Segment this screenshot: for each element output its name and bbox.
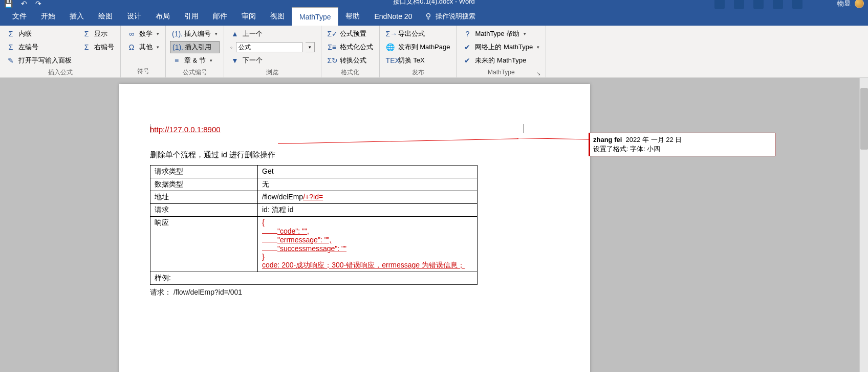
future-cmd-icon: ✔ xyxy=(463,56,472,65)
tab-帮助[interactable]: 帮助 xyxy=(338,7,367,26)
dropdown-icon: ▾ xyxy=(157,45,159,50)
lightbulb-icon xyxy=(424,12,432,20)
group-label: 格式化 xyxy=(326,67,375,78)
next-cmd-icon: ▼ xyxy=(230,56,240,65)
document-title: 接口文档0.1(4).docx - Word xyxy=(393,0,474,6)
insert-reference-cmd-icon: (1). xyxy=(172,43,182,51)
math-symbols-cmd-icon: ∞ xyxy=(127,30,136,38)
tab-文件[interactable]: 文件 xyxy=(5,7,34,26)
tab-引用[interactable]: 引用 xyxy=(177,7,206,26)
undo-icon[interactable]: ↶ xyxy=(21,0,27,8)
other-symbols-cmd[interactable]: Ω其他▾ xyxy=(125,41,161,53)
dropdown-icon: ▾ xyxy=(524,31,526,36)
browse-combo[interactable]: ◦▾ xyxy=(228,41,317,53)
left-number-cmd-icon: Σ xyxy=(6,43,15,51)
group-label: 发布 xyxy=(384,67,452,78)
tab-开始[interactable]: 开始 xyxy=(34,7,62,26)
dropdown-icon: ▾ xyxy=(537,45,539,50)
online-cmd-icon: ✔ xyxy=(463,43,472,51)
next-cmd[interactable]: ▼下一个 xyxy=(228,54,317,67)
math-symbols-cmd[interactable]: ∞数学▾ xyxy=(125,28,161,40)
handwrite-panel-cmd[interactable]: ✎打开手写输入面板 xyxy=(4,54,74,67)
ribbon: Σ内联Σ左编号✎打开手写输入面板Σ显示Σ右编号插入公式∞数学▾Ω其他▾符号(1)… xyxy=(0,26,868,78)
convert-eq-cmd[interactable]: Σ↻转换公式 xyxy=(326,54,375,67)
chapter-section-cmd-icon: ≡ xyxy=(172,56,181,65)
tell-me-search[interactable]: 操作说明搜索 xyxy=(436,12,475,21)
insert-reference-cmd[interactable]: (1).插入引用 xyxy=(170,41,220,53)
prev-cmd-icon: ▲ xyxy=(230,30,240,38)
dropdown-icon: ▾ xyxy=(210,58,212,63)
future-cmd[interactable]: ✔未来的 MathType xyxy=(461,54,541,67)
tab-邮件[interactable]: 邮件 xyxy=(206,7,234,26)
inline-cmd-icon: Σ xyxy=(6,30,15,38)
export-eq-cmd[interactable]: Σ→导出公式 xyxy=(384,28,452,40)
tab-视图[interactable]: 视图 xyxy=(263,7,292,26)
presets-cmd[interactable]: Σ✓公式预置 xyxy=(326,28,375,40)
tab-MathType[interactable]: MathType xyxy=(292,7,338,26)
format-eq-cmd[interactable]: Σ≡格式化公式 xyxy=(326,41,375,53)
other-symbols-cmd-icon: Ω xyxy=(127,43,136,51)
online-cmd[interactable]: ✔网络上的 MathType▾ xyxy=(461,41,541,53)
help-cmd-icon: ? xyxy=(463,30,472,38)
titlebar: 💾 ↶ ↷ 接口文档0.1(4).docx - Word 物显 xyxy=(0,0,868,7)
format-eq-cmd-icon: Σ≡ xyxy=(328,43,337,51)
export-eq-cmd-icon: Σ→ xyxy=(386,30,395,38)
username: 物显 xyxy=(837,0,851,8)
help-cmd[interactable]: ?MathType 帮助▾ xyxy=(461,28,541,40)
tab-审阅[interactable]: 审阅 xyxy=(234,7,263,26)
tab-设计[interactable]: 设计 xyxy=(120,7,148,26)
inline-cmd[interactable]: Σ内联 xyxy=(4,28,74,40)
handwrite-panel-cmd-icon: ✎ xyxy=(6,56,15,65)
presets-cmd-icon: Σ✓ xyxy=(328,30,337,38)
publish-mathpage-cmd[interactable]: 🌐发布到 MathPage xyxy=(384,41,452,53)
left-number-cmd[interactable]: Σ左编号 xyxy=(4,41,74,53)
group-label: 符号 xyxy=(125,66,161,77)
tab-插入[interactable]: 插入 xyxy=(62,7,91,26)
toggle-tex-cmd[interactable]: TEX切换 TeX xyxy=(384,54,452,67)
group-label: 浏览 xyxy=(228,67,317,78)
group-label: 公式编号 xyxy=(170,67,220,78)
svg-point-0 xyxy=(427,14,430,17)
tab-布局[interactable]: 布局 xyxy=(148,7,177,26)
chapter-section-cmd[interactable]: ≡章 & 节▾ xyxy=(170,54,220,67)
prev-cmd[interactable]: ▲上一个 xyxy=(228,28,317,40)
right-number-cmd[interactable]: Σ右编号 xyxy=(80,41,116,53)
display-cmd-icon: Σ xyxy=(82,30,91,38)
toggle-tex-cmd-icon: TEX xyxy=(386,56,395,65)
group-label: MathType↘ xyxy=(461,67,541,77)
group-label: 插入公式 xyxy=(4,67,116,78)
dialog-launcher-icon[interactable]: ↘ xyxy=(536,71,540,76)
insert-number-cmd[interactable]: (1).插入编号▾ xyxy=(170,28,220,40)
browse-combo-input[interactable] xyxy=(236,42,302,52)
display-cmd[interactable]: Σ显示 xyxy=(80,28,116,40)
avatar[interactable] xyxy=(855,0,864,8)
insert-number-cmd-icon: (1). xyxy=(172,30,181,38)
decor-shapes xyxy=(714,0,802,9)
combo-dropdown-icon[interactable]: ▾ xyxy=(306,42,315,52)
dropdown-icon: ▾ xyxy=(157,31,159,36)
convert-eq-cmd-icon: Σ↻ xyxy=(328,56,337,65)
tab-绘图[interactable]: 绘图 xyxy=(91,7,120,26)
ribbon-tabs: 文件开始插入绘图设计布局引用邮件审阅视图MathType帮助EndNote 20… xyxy=(0,7,868,26)
tab-EndNote 20[interactable]: EndNote 20 xyxy=(367,7,419,26)
right-number-cmd-icon: Σ xyxy=(82,43,91,51)
redo-icon[interactable]: ↷ xyxy=(35,0,41,8)
save-icon[interactable]: 💾 xyxy=(4,0,13,8)
dropdown-icon: ▾ xyxy=(215,31,218,36)
publish-mathpage-cmd-icon: 🌐 xyxy=(386,43,395,51)
